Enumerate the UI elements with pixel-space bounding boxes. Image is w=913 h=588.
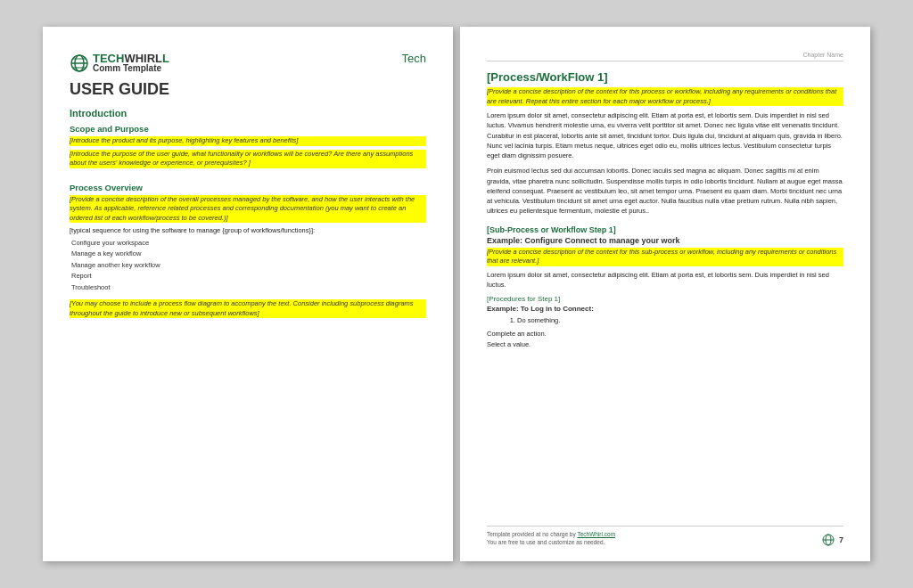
logo-comm-template: Comm Template (93, 63, 169, 73)
logo-area: TECHWHIRLL Comm Template Tech (70, 52, 426, 73)
left-page: TECHWHIRLL Comm Template Tech USER GUIDE… (43, 27, 453, 561)
page-number: 7 (839, 535, 843, 544)
scope-highlight-1: [Introduce the product and its purpose, … (70, 136, 426, 146)
scope-highlight-2: [Introduce the purpose of the user guide… (70, 150, 426, 168)
introduction-heading: Introduction (70, 108, 426, 118)
footer-line1: Template provided at no charge by (487, 531, 576, 537)
footer-logo-icon (821, 533, 835, 547)
process-overview-highlight-1: [Provide a concise description of the ov… (70, 195, 426, 224)
subprocess-para: Lorem ipsum dolor sit amet, consectetur … (487, 270, 843, 290)
chapter-name: Chapter Name (487, 52, 843, 61)
footer-link[interactable]: TechWhirl.com (577, 531, 615, 537)
subprocess-highlight: [Provide a concise description of the co… (487, 248, 843, 266)
list-item-4: Report (70, 272, 426, 282)
process-overview-highlight-2: [You may choose to include a process flo… (70, 299, 426, 318)
list-item-5: Troubleshoot (70, 283, 426, 293)
process-workflow-highlight: [Provide a concise description of the co… (487, 87, 843, 106)
logo-text-group: TECHWHIRLL Comm Template (93, 52, 169, 73)
procedure-item-1: Do something. (517, 316, 843, 326)
process-workflow-para1: Lorem ipsum dolor sit amet, consectetur … (487, 110, 843, 160)
process-overview-section: Process Overview [Provide a concise desc… (70, 183, 426, 319)
user-guide-title: USER GUIDE (70, 80, 426, 99)
procedures-example-title: Example: To Log in to Connect: (487, 305, 843, 313)
page-footer: Template provided at no charge by TechWh… (487, 526, 843, 548)
list-item-1: Configure your workspace (70, 239, 426, 249)
subprocess-bracket-title: [Sub-Process or Workflow Step 1] (487, 225, 843, 234)
scope-purpose-heading: Scope and Purpose (70, 124, 426, 134)
right-page: Chapter Name [Process/WorkFlow 1] [Provi… (460, 27, 870, 561)
procedure-item-2: Complete an action. (487, 330, 843, 339)
procedures-bracket-title: [Procedures for Step 1] (487, 295, 843, 303)
footer-text: Template provided at no charge by TechWh… (487, 530, 615, 548)
techwhirl-logo-icon (70, 53, 89, 73)
process-workflow-para2: Proin euismod lectus sed dui accumsan lo… (487, 166, 843, 216)
subprocess-example-title: Example: Configure Connect to manage you… (487, 236, 843, 245)
typical-text: [typical sequence for using the software… (70, 226, 426, 236)
process-overview-heading: Process Overview (70, 183, 426, 192)
logo-right-tech: Tech (402, 52, 426, 65)
list-item-3: Manage another key workflow (70, 261, 426, 271)
list-item-2: Manage a key workflow (70, 249, 426, 259)
procedure-item-3: Select a value. (487, 340, 843, 350)
footer-line2: You are free to use and customize as nee… (487, 539, 605, 545)
process-workflow-title: [Process/WorkFlow 1] (487, 70, 843, 84)
